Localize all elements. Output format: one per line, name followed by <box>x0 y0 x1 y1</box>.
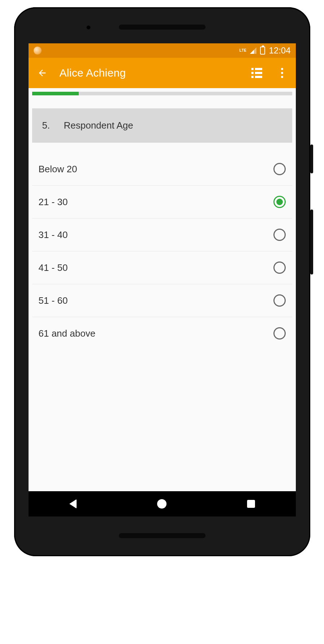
clock: 12:04 <box>269 46 290 56</box>
more-vert-icon <box>281 68 283 78</box>
signal-icon <box>250 47 256 54</box>
question-number: 5. <box>42 120 53 131</box>
progress-bar <box>32 92 292 95</box>
option-row[interactable]: Below 20 <box>32 153 292 186</box>
square-recent-icon <box>247 500 255 508</box>
back-button[interactable] <box>34 65 50 81</box>
app-bar: Alice Achieng <box>29 58 296 88</box>
content: 5. Respondent Age Below 2021 - 3031 - 40… <box>29 95 296 491</box>
option-label: 21 - 30 <box>39 196 68 208</box>
back-arrow-icon <box>37 68 47 78</box>
overflow-menu-button[interactable] <box>274 65 290 81</box>
front-camera <box>86 25 91 30</box>
nav-home-button[interactable] <box>151 493 173 515</box>
options-list: Below 2021 - 3031 - 4041 - 5051 - 6061 a… <box>32 143 292 350</box>
android-nav-bar <box>29 491 296 517</box>
option-label: Below 20 <box>39 164 77 175</box>
page-title: Alice Achieng <box>60 67 239 79</box>
question-header: 5. Respondent Age <box>32 108 292 143</box>
nav-back-button[interactable] <box>62 493 84 515</box>
phone-frame: LTE 12:04 Alice Achieng <box>14 7 310 556</box>
radio-icon[interactable] <box>273 196 286 208</box>
svg-marker-0 <box>261 48 264 53</box>
radio-icon[interactable] <box>273 294 286 307</box>
option-row[interactable]: 51 - 60 <box>32 284 292 317</box>
option-label: 31 - 40 <box>39 229 68 241</box>
circle-home-icon <box>157 499 167 509</box>
radio-icon[interactable] <box>273 327 286 340</box>
option-row[interactable]: 61 and above <box>32 317 292 350</box>
option-row[interactable]: 31 - 40 <box>32 219 292 251</box>
question-title: Respondent Age <box>64 120 133 131</box>
option-row[interactable]: 21 - 30 <box>32 186 292 219</box>
radio-icon[interactable] <box>273 262 286 274</box>
option-row[interactable]: 41 - 50 <box>32 251 292 284</box>
power-button <box>310 144 313 173</box>
progress-container <box>29 88 296 95</box>
list-view-button[interactable] <box>249 65 265 81</box>
radio-icon[interactable] <box>273 163 286 175</box>
option-label: 61 and above <box>39 328 96 339</box>
list-icon <box>251 68 262 78</box>
nav-recent-button[interactable] <box>240 493 262 515</box>
battery-charging-icon <box>260 47 265 55</box>
volume-button <box>310 209 313 275</box>
option-label: 41 - 50 <box>39 262 68 273</box>
network-label: LTE <box>239 49 247 52</box>
status-bar: LTE 12:04 <box>29 43 296 58</box>
status-notification-icon <box>34 47 42 55</box>
option-label: 51 - 60 <box>39 295 68 306</box>
triangle-back-icon <box>69 499 77 509</box>
screen: LTE 12:04 Alice Achieng <box>29 43 296 517</box>
radio-icon[interactable] <box>273 229 286 241</box>
progress-fill <box>32 92 79 95</box>
